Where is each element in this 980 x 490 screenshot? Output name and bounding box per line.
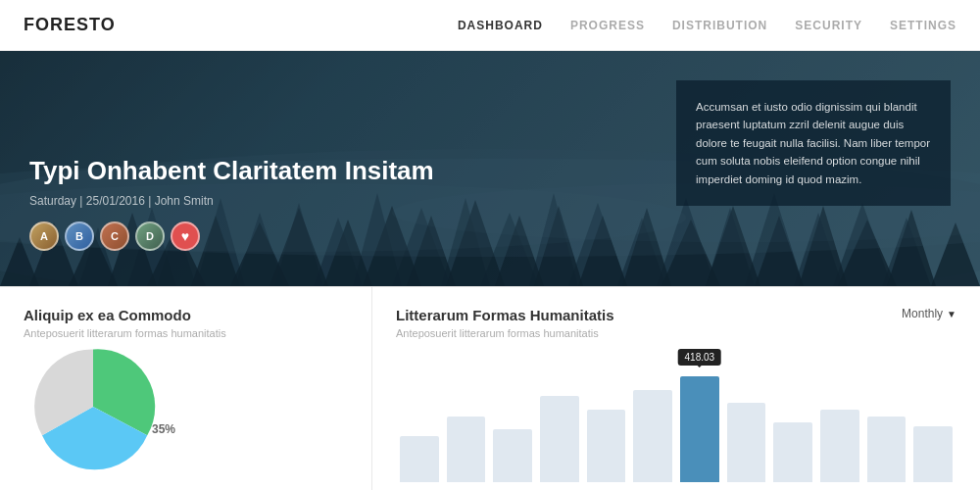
panel-right-subtitle: Anteposuerit litterarum formas humanitat… [396,327,614,339]
monthly-dropdown[interactable]: Monthly ▼ [902,307,956,320]
panel-left: Aliquip ex ea Commodo Anteposuerit litte… [0,287,372,490]
panel-left-subtitle: Anteposuerit litterarum formas humanitat… [24,327,348,339]
panel-right-title: Litterarum Formas Humanitatis [396,307,614,323]
avatar[interactable]: D [135,221,165,251]
bar-item [820,410,859,482]
hero-description-text: Accumsan et iusto odio dignissim qui bla… [696,101,930,185]
hero-avatars: A B C D ♥ [29,221,434,251]
hero-meta: Saturday | 25/01/2016 | John Smitn [29,194,434,208]
bar-item [447,416,486,483]
pie-chart [29,343,167,480]
bar-item [493,429,532,482]
chevron-down-icon: ▼ [947,309,956,319]
avatar[interactable]: A [29,221,59,251]
header: FORESTO DASHBOARD PROGRESS DISTRIBUTION … [0,0,980,51]
bar-item [400,436,439,482]
hero-title: Typi Onhabent Claritatem Insitam [29,156,434,186]
bottom-panels: Aliquip ex ea Commodo Anteposuerit litte… [0,286,980,490]
bar-item [727,403,766,482]
bar-item [867,416,906,483]
avatar[interactable]: C [100,221,129,251]
nav-item-dashboard[interactable]: DASHBOARD [458,19,543,32]
monthly-label: Monthly [902,307,943,320]
bar-item [633,390,672,483]
panel-right-titles: Litterarum Formas Humanitatis Anteposuer… [396,307,614,355]
bar-item [587,410,626,482]
bar-chart: 418.03 [396,365,956,482]
hero-description: Accumsan et iusto odio dignissim qui bla… [676,80,951,206]
hero-content: Typi Onhabent Claritatem Insitam Saturda… [29,156,434,251]
bar-item [540,396,579,482]
panel-right: Litterarum Formas Humanitatis Anteposuer… [372,287,980,490]
bars-container: 418.03 [396,365,956,482]
avatar[interactable]: B [65,221,94,251]
nav-item-security[interactable]: SECURITY [795,19,862,32]
nav: DASHBOARD PROGRESS DISTRIBUTION SECURITY… [458,19,956,32]
panel-left-title: Aliquip ex ea Commodo [24,307,348,323]
nav-item-distribution[interactable]: DISTRIBUTION [672,19,767,32]
bar-item [773,422,812,482]
panel-right-header: Litterarum Formas Humanitatis Anteposuer… [396,307,956,355]
bar-tooltip: 418.03 [678,349,722,366]
nav-item-progress[interactable]: PROGRESS [570,19,645,32]
bar-item [913,426,953,482]
nav-item-settings[interactable]: SETTINGS [890,19,956,32]
pie-percentage-label: 35% [152,422,175,436]
logo: FORESTO [24,15,116,35]
bar-item: 418.03 [680,376,719,482]
hero-banner: Typi Onhabent Claritatem Insitam Saturda… [0,51,980,286]
heart-button[interactable]: ♥ [171,221,200,251]
pie-chart-svg [29,343,157,470]
